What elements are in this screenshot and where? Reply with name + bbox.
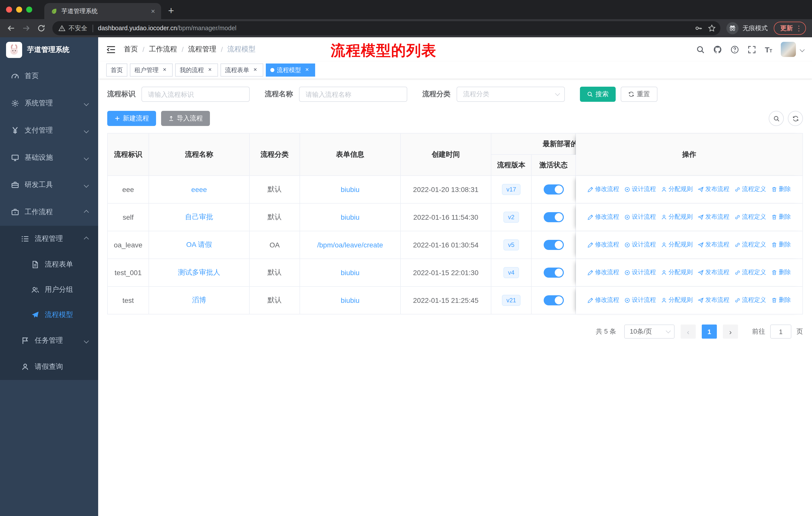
font-size-icon[interactable]: TT [765,45,772,54]
active-toggle[interactable] [544,212,563,222]
action-publish-process[interactable]: 发布流程 [698,268,729,277]
action-assign-rules[interactable]: 分配规则 [661,213,693,221]
back-button[interactable] [4,21,18,35]
current-page-button[interactable]: 1 [702,325,717,338]
action-edit-process[interactable]: 修改流程 [587,241,619,249]
action-assign-rules[interactable]: 分配规则 [661,241,693,249]
breadcrumb-item[interactable]: 首页 [124,45,138,54]
tag-process-form[interactable]: 流程表单× [221,63,263,77]
tag-home[interactable]: 首页 [106,63,127,77]
page-size-select[interactable]: 10条/页 [624,325,674,338]
search-button[interactable]: 搜索 [580,87,616,102]
password-key-icon[interactable] [692,22,705,35]
next-page-button[interactable]: › [723,325,738,338]
minimize-window-button[interactable] [16,6,22,12]
sidebar-item-dev-tools[interactable]: 研发工具 [0,171,98,198]
action-assign-rules[interactable]: 分配规则 [661,268,693,277]
goto-page-input[interactable] [770,325,791,338]
process-category-select[interactable]: 流程分类 [457,87,565,102]
action-process-definition[interactable]: 流程定义 [734,185,766,194]
sidebar-item-leave-query[interactable]: 请假查询 [0,354,98,380]
action-assign-rules[interactable]: 分配规则 [661,296,693,305]
browser-update-chip[interactable]: 更新 ⋮ [774,22,806,35]
sidebar-item-process-model[interactable]: 流程模型 [0,302,98,328]
hamburger-icon[interactable] [106,45,116,54]
reset-button[interactable]: 重置 [621,87,658,102]
action-design-process[interactable]: 设计流程 [624,268,656,277]
process-name-link[interactable]: 测试多审批人 [178,268,220,276]
import-process-button[interactable]: 导入流程 [161,111,210,126]
prev-page-button[interactable]: ‹ [680,325,696,338]
zoom-window-button[interactable] [26,6,32,12]
action-delete-process[interactable]: 删除 [771,268,791,277]
action-publish-process[interactable]: 发布流程 [698,185,729,194]
tag-close-icon[interactable]: × [206,66,213,74]
active-toggle[interactable] [544,240,563,250]
sidebar-item-home[interactable]: 首页 [0,62,98,90]
action-delete-process[interactable]: 删除 [771,185,791,194]
bookmark-star-icon[interactable] [705,22,718,35]
action-process-definition[interactable]: 流程定义 [734,296,766,305]
tag-close-icon[interactable]: × [303,66,311,74]
create-process-button[interactable]: 新建流程 [107,111,156,126]
breadcrumb-item[interactable]: 工作流程 [149,45,177,54]
close-window-button[interactable] [6,6,12,12]
sidebar-item-workflow[interactable]: 工作流程 [0,198,98,226]
form-link[interactable]: biubiu [341,296,360,304]
action-process-definition[interactable]: 流程定义 [734,268,766,277]
sidebar-item-process-management[interactable]: 流程管理 [0,226,98,252]
tag-my-process[interactable]: 我的流程× [175,63,218,77]
avatar[interactable] [781,42,796,57]
tag-close-icon[interactable]: × [161,66,168,74]
breadcrumb-item[interactable]: 流程管理 [188,45,216,54]
active-toggle[interactable] [544,295,563,305]
action-publish-process[interactable]: 发布流程 [698,213,729,221]
browser-tab[interactable]: 芋道管理系统 × [44,3,161,19]
process-name-input[interactable] [299,87,407,102]
action-delete-process[interactable]: 删除 [771,241,791,249]
form-link[interactable]: biubiu [341,213,360,221]
fullscreen-icon[interactable] [748,45,756,54]
help-icon[interactable] [731,45,739,54]
action-edit-process[interactable]: 修改流程 [587,213,619,221]
browser-menu-icon[interactable]: ⋮ [795,24,803,32]
action-process-definition[interactable]: 流程定义 [734,241,766,249]
refresh-table-button[interactable] [788,111,803,126]
action-edit-process[interactable]: 修改流程 [587,296,619,305]
sidebar-item-payment-management[interactable]: 支付管理 [0,117,98,144]
sidebar-item-process-form[interactable]: 流程表单 [0,252,98,277]
security-indicator[interactable]: 不安全 [58,24,87,32]
process-name-link[interactable]: OA 请假 [186,240,212,248]
form-link[interactable]: biubiu [341,269,360,277]
form-link[interactable]: biubiu [341,185,360,193]
action-edit-process[interactable]: 修改流程 [587,268,619,277]
process-id-input[interactable] [141,87,250,102]
action-publish-process[interactable]: 发布流程 [698,296,729,305]
action-design-process[interactable]: 设计流程 [624,241,656,249]
header-search-icon[interactable] [696,45,705,54]
process-name-link[interactable]: eeee [191,185,207,193]
new-tab-button[interactable]: + [161,5,174,19]
github-icon[interactable] [714,45,722,54]
action-publish-process[interactable]: 发布流程 [698,241,729,249]
action-design-process[interactable]: 设计流程 [624,213,656,221]
reload-button[interactable] [34,21,48,35]
action-edit-process[interactable]: 修改流程 [587,185,619,194]
process-name-link[interactable]: 自己审批 [185,213,213,221]
action-design-process[interactable]: 设计流程 [624,185,656,194]
action-delete-process[interactable]: 删除 [771,296,791,305]
action-process-definition[interactable]: 流程定义 [734,213,766,221]
sidebar-item-task-management[interactable]: 任务管理 [0,328,98,354]
active-toggle[interactable] [544,184,563,194]
sidebar-item-system-management[interactable]: 系统管理 [0,90,98,117]
address-bar[interactable]: 不安全 dashboard.yudao.iocoder.cn /bpm/mana… [52,21,720,35]
form-link[interactable]: /bpm/oa/leave/create [317,241,383,249]
action-assign-rules[interactable]: 分配规则 [661,185,693,194]
toggle-search-button[interactable] [769,111,784,126]
action-design-process[interactable]: 设计流程 [624,296,656,305]
tag-process-model[interactable]: 流程模型× [266,63,315,77]
sidebar-item-user-group[interactable]: 用户分组 [0,277,98,302]
process-name-link[interactable]: 滔博 [192,296,206,304]
sidebar-item-infrastructure[interactable]: 基础设施 [0,144,98,171]
tab-close-icon[interactable]: × [149,7,157,15]
